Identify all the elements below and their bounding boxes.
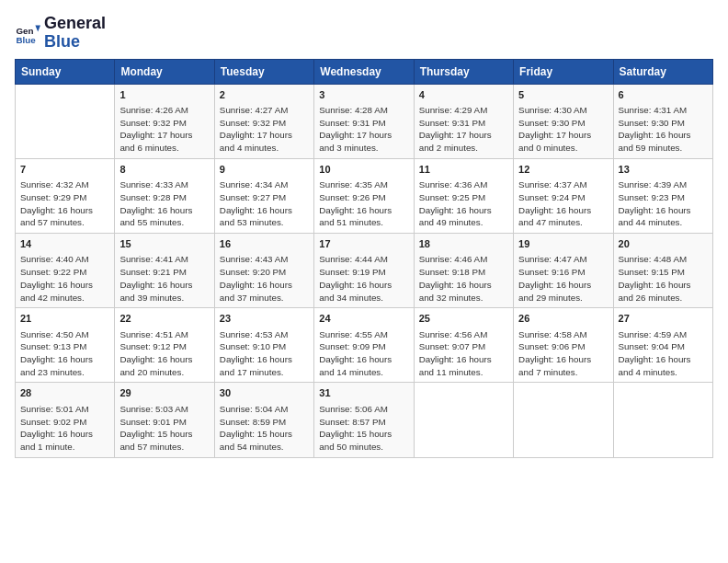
day-number: 16 — [220, 237, 309, 251]
day-number: 28 — [20, 386, 109, 400]
calendar-cell: 7Sunrise: 4:32 AMSunset: 9:29 PMDaylight… — [16, 158, 115, 233]
calendar-cell: 4Sunrise: 4:29 AMSunset: 9:31 PMDaylight… — [414, 84, 513, 158]
day-info: Sunrise: 4:50 AMSunset: 9:13 PMDaylight:… — [20, 328, 109, 379]
calendar-cell: 10Sunrise: 4:35 AMSunset: 9:26 PMDayligh… — [314, 158, 414, 233]
day-info: Sunrise: 4:32 AMSunset: 9:29 PMDaylight:… — [20, 178, 109, 229]
calendar-cell — [613, 383, 712, 457]
day-number: 5 — [518, 88, 608, 102]
calendar-cell: 3Sunrise: 4:28 AMSunset: 9:31 PMDaylight… — [314, 84, 414, 158]
calendar-cell: 16Sunrise: 4:43 AMSunset: 9:20 PMDayligh… — [214, 234, 313, 308]
day-number: 11 — [419, 163, 508, 177]
day-number: 31 — [319, 386, 408, 400]
day-number: 4 — [419, 88, 508, 102]
day-number: 1 — [119, 88, 209, 102]
day-info: Sunrise: 4:43 AMSunset: 9:20 PMDaylight:… — [220, 253, 309, 304]
col-header-saturday: Saturday — [613, 59, 712, 84]
calendar-cell: 2Sunrise: 4:27 AMSunset: 9:32 PMDaylight… — [214, 84, 313, 158]
col-header-friday: Friday — [514, 59, 613, 84]
day-info: Sunrise: 4:59 AMSunset: 9:04 PMDaylight:… — [619, 328, 708, 379]
svg-marker-2 — [35, 25, 40, 31]
calendar-cell: 18Sunrise: 4:46 AMSunset: 9:18 PMDayligh… — [414, 234, 513, 308]
day-number: 30 — [220, 386, 309, 400]
svg-text:Blue: Blue — [16, 34, 36, 44]
day-info: Sunrise: 4:35 AMSunset: 9:26 PMDaylight:… — [319, 178, 408, 229]
calendar-cell: 22Sunrise: 4:51 AMSunset: 9:12 PMDayligh… — [115, 308, 214, 383]
calendar-cell: 30Sunrise: 5:04 AMSunset: 8:59 PMDayligh… — [214, 383, 313, 457]
day-info: Sunrise: 5:03 AMSunset: 9:01 PMDaylight:… — [119, 403, 209, 454]
day-number: 12 — [518, 163, 608, 177]
day-number: 8 — [119, 163, 209, 177]
calendar-cell: 31Sunrise: 5:06 AMSunset: 8:57 PMDayligh… — [314, 383, 414, 457]
day-number: 17 — [319, 237, 408, 251]
calendar-cell: 13Sunrise: 4:39 AMSunset: 9:23 PMDayligh… — [613, 158, 712, 233]
calendar-cell — [414, 383, 513, 457]
calendar-cell: 21Sunrise: 4:50 AMSunset: 9:13 PMDayligh… — [16, 308, 115, 383]
day-info: Sunrise: 5:06 AMSunset: 8:57 PMDaylight:… — [319, 403, 408, 454]
calendar-cell: 1Sunrise: 4:26 AMSunset: 9:32 PMDaylight… — [115, 84, 214, 158]
day-info: Sunrise: 4:31 AMSunset: 9:30 PMDaylight:… — [619, 104, 708, 155]
day-info: Sunrise: 5:04 AMSunset: 8:59 PMDaylight:… — [220, 403, 309, 454]
day-info: Sunrise: 4:56 AMSunset: 9:07 PMDaylight:… — [419, 328, 508, 379]
day-info: Sunrise: 4:48 AMSunset: 9:15 PMDaylight:… — [619, 253, 708, 304]
day-info: Sunrise: 4:55 AMSunset: 9:09 PMDaylight:… — [319, 328, 408, 379]
day-number: 13 — [619, 163, 708, 177]
day-number: 2 — [220, 88, 309, 102]
day-number: 18 — [419, 237, 508, 251]
day-info: Sunrise: 4:44 AMSunset: 9:19 PMDaylight:… — [319, 253, 408, 304]
calendar-cell — [514, 383, 613, 457]
day-number: 6 — [619, 88, 708, 102]
calendar-cell: 15Sunrise: 4:41 AMSunset: 9:21 PMDayligh… — [115, 234, 214, 308]
day-info: Sunrise: 4:51 AMSunset: 9:12 PMDaylight:… — [119, 328, 209, 379]
day-number: 24 — [319, 312, 408, 326]
day-number: 29 — [119, 386, 209, 400]
day-info: Sunrise: 4:28 AMSunset: 9:31 PMDaylight:… — [319, 104, 408, 155]
logo-icon: Gen Blue — [15, 20, 40, 46]
day-number: 20 — [619, 237, 708, 251]
day-number: 22 — [119, 312, 209, 326]
calendar-cell: 25Sunrise: 4:56 AMSunset: 9:07 PMDayligh… — [414, 308, 513, 383]
calendar-cell: 23Sunrise: 4:53 AMSunset: 9:10 PMDayligh… — [214, 308, 313, 383]
day-info: Sunrise: 4:41 AMSunset: 9:21 PMDaylight:… — [119, 253, 209, 304]
day-info: Sunrise: 4:58 AMSunset: 9:06 PMDaylight:… — [518, 328, 608, 379]
calendar-cell: 19Sunrise: 4:47 AMSunset: 9:16 PMDayligh… — [514, 234, 613, 308]
calendar-cell: 5Sunrise: 4:30 AMSunset: 9:30 PMDaylight… — [514, 84, 613, 158]
day-number: 26 — [518, 312, 608, 326]
day-number: 3 — [319, 88, 408, 102]
col-header-sunday: Sunday — [16, 59, 115, 84]
day-info: Sunrise: 4:46 AMSunset: 9:18 PMDaylight:… — [419, 253, 508, 304]
page-header: Gen Blue General Blue — [15, 15, 713, 52]
calendar-cell: 6Sunrise: 4:31 AMSunset: 9:30 PMDaylight… — [613, 84, 712, 158]
day-info: Sunrise: 4:30 AMSunset: 9:30 PMDaylight:… — [518, 104, 608, 155]
col-header-wednesday: Wednesday — [314, 59, 414, 84]
calendar-cell — [16, 84, 115, 158]
day-info: Sunrise: 4:29 AMSunset: 9:31 PMDaylight:… — [419, 104, 508, 155]
day-number: 14 — [20, 237, 109, 251]
logo: Gen Blue General Blue — [15, 15, 106, 52]
day-info: Sunrise: 4:36 AMSunset: 9:25 PMDaylight:… — [419, 178, 508, 229]
day-number: 9 — [220, 163, 309, 177]
day-info: Sunrise: 4:27 AMSunset: 9:32 PMDaylight:… — [220, 104, 309, 155]
day-number: 10 — [319, 163, 408, 177]
calendar-cell: 9Sunrise: 4:34 AMSunset: 9:27 PMDaylight… — [214, 158, 313, 233]
calendar-cell: 24Sunrise: 4:55 AMSunset: 9:09 PMDayligh… — [314, 308, 414, 383]
day-number: 7 — [20, 163, 109, 177]
calendar-cell: 8Sunrise: 4:33 AMSunset: 9:28 PMDaylight… — [115, 158, 214, 233]
logo-text-blue: Blue — [44, 33, 106, 52]
calendar-table: SundayMondayTuesdayWednesdayThursdayFrid… — [15, 59, 713, 458]
day-info: Sunrise: 4:53 AMSunset: 9:10 PMDaylight:… — [220, 328, 309, 379]
calendar-cell: 12Sunrise: 4:37 AMSunset: 9:24 PMDayligh… — [514, 158, 613, 233]
col-header-tuesday: Tuesday — [214, 59, 313, 84]
col-header-monday: Monday — [115, 59, 214, 84]
day-info: Sunrise: 4:26 AMSunset: 9:32 PMDaylight:… — [119, 104, 209, 155]
day-number: 25 — [419, 312, 508, 326]
day-number: 27 — [619, 312, 708, 326]
calendar-cell: 29Sunrise: 5:03 AMSunset: 9:01 PMDayligh… — [115, 383, 214, 457]
calendar-cell: 26Sunrise: 4:58 AMSunset: 9:06 PMDayligh… — [514, 308, 613, 383]
day-info: Sunrise: 4:39 AMSunset: 9:23 PMDaylight:… — [619, 178, 708, 229]
calendar-cell: 28Sunrise: 5:01 AMSunset: 9:02 PMDayligh… — [16, 383, 115, 457]
day-number: 21 — [20, 312, 109, 326]
col-header-thursday: Thursday — [414, 59, 513, 84]
day-info: Sunrise: 4:47 AMSunset: 9:16 PMDaylight:… — [518, 253, 608, 304]
day-number: 15 — [119, 237, 209, 251]
day-info: Sunrise: 4:34 AMSunset: 9:27 PMDaylight:… — [220, 178, 309, 229]
